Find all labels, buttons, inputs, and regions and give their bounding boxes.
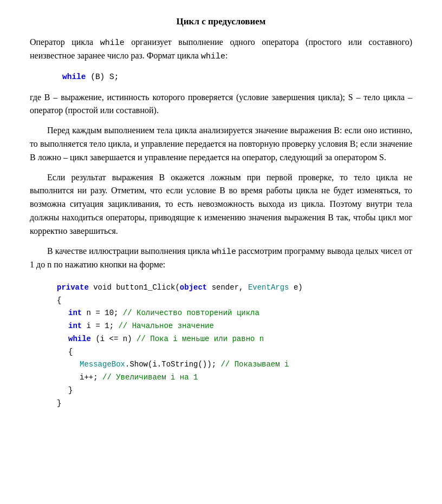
page-title: Цикл с предусловием <box>30 16 412 27</box>
code-line-int1: int n = 10; // Количество повторений цик… <box>57 307 412 320</box>
code-increment: i++; <box>80 373 102 382</box>
comment-2: // Начальное значение <box>118 322 213 330</box>
kw-int-2: int <box>68 322 82 330</box>
code-line-inner-brace: { <box>57 346 412 359</box>
paragraph-1: Оператор цикла while организует выполнен… <box>30 36 412 63</box>
simple-code-block: while (B) S; <box>62 71 412 83</box>
code-sender: sender, <box>207 283 248 292</box>
paragraph-3: Перед каждым выполнением тела цикла анал… <box>30 124 412 164</box>
code-while-keyword: while <box>62 73 86 81</box>
keyword-while-inline3: while <box>212 247 236 257</box>
comment-5: // Увеличиваем i на 1 <box>102 373 198 382</box>
kw-object: object <box>180 283 207 292</box>
code-i-decl: i = 1; <box>82 322 118 330</box>
code-n-decl: n = 10; <box>82 309 123 317</box>
code-line-outer-brace-close: } <box>57 397 412 410</box>
keyword-while-inline2: while <box>201 52 225 61</box>
code-line-while: while (i <= n) // Пока i меньше или равн… <box>57 333 412 346</box>
comment-4: // Показываем i <box>220 360 289 369</box>
kw-while: while <box>68 335 91 343</box>
kw-private: private <box>57 283 89 292</box>
comment-3: // Пока i меньше или равно n <box>136 335 264 343</box>
code-void: void button1_Click( <box>89 283 180 292</box>
code-line-int2: int i = 1; // Начальное значение <box>57 320 412 333</box>
code-line-brace-open: { <box>57 294 412 307</box>
paragraph-4: Если результат выражения B окажется ложн… <box>30 171 412 238</box>
kw-int-1: int <box>68 309 82 317</box>
paragraph-5: В качестве иллюстрации выполнения цикла … <box>30 245 412 272</box>
code-while-cond: (i <= n) <box>91 335 136 343</box>
code-param-end: e) <box>289 283 303 292</box>
code-show: .Show(i.ToString()); <box>125 360 220 369</box>
code-line-inner-brace-close: } <box>57 384 412 397</box>
code-example-block: private void button1_Click(object sender… <box>57 282 412 410</box>
code-line-messagebox: MessageBox.Show(i.ToString()); // Показы… <box>57 358 412 371</box>
code-line-1: private void button1_Click(object sender… <box>57 282 412 294</box>
comment-1: // Количество повторений цикла <box>123 309 259 317</box>
code-line-inc: i++; // Увеличиваем i на 1 <box>57 371 412 384</box>
keyword-while-inline: while <box>100 38 125 48</box>
type-eventargs: EventArgs <box>248 283 289 292</box>
code-messagebox: MessageBox <box>80 360 125 369</box>
paragraph-2: где B – выражение, истинность которого п… <box>30 91 412 118</box>
